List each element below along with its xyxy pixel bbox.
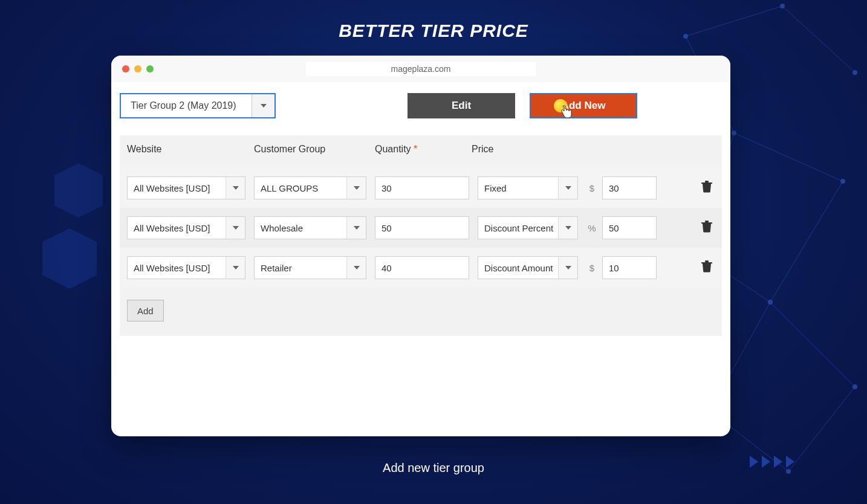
price-type-value: Fixed: [478, 177, 558, 199]
page-title: BETTER TIER PRICE: [0, 21, 867, 41]
maximize-window-icon[interactable]: [146, 65, 154, 73]
svg-point-16: [768, 300, 773, 305]
browser-titlebar: mageplaza.com: [111, 56, 730, 82]
website-value: All Websites [USD]: [128, 217, 226, 239]
svg-point-18: [852, 384, 857, 389]
svg-line-7: [770, 302, 855, 387]
browser-window: mageplaza.com Tier Group 2 (May 2019) Ed…: [111, 56, 730, 436]
add-new-button-label: Add New: [562, 100, 606, 112]
grid-row: All Websites [USD] ALL GROUPS 30 Fixed $…: [120, 168, 722, 208]
chevron-down-icon: [252, 94, 274, 117]
delete-row-button[interactable]: [701, 221, 715, 235]
website-select[interactable]: All Websites [USD]: [127, 176, 245, 199]
add-new-button[interactable]: Add New: [530, 93, 637, 118]
price-type-select[interactable]: Fixed: [478, 176, 578, 199]
chevron-down-icon: [346, 217, 366, 239]
svg-rect-26: [705, 221, 709, 222]
svg-marker-22: [42, 228, 97, 289]
tier-group-select[interactable]: Tier Group 2 (May 2019): [120, 93, 276, 118]
svg-line-4: [770, 181, 843, 302]
chevron-down-icon: [346, 257, 366, 279]
price-input[interactable]: 50: [602, 216, 657, 239]
grid-row: All Websites [USD] Retailer 40 Discount …: [120, 248, 722, 288]
grid-row: All Websites [USD] Wholesale 50 Discount…: [120, 208, 722, 248]
trash-icon: [701, 221, 712, 233]
quantity-input[interactable]: 30: [375, 176, 469, 199]
chevron-down-icon: [226, 177, 245, 199]
website-select[interactable]: All Websites [USD]: [127, 216, 245, 239]
chevron-down-icon: [346, 177, 366, 199]
website-select[interactable]: All Websites [USD]: [127, 256, 245, 279]
url-field[interactable]: mageplaza.com: [306, 62, 536, 76]
col-price: Price: [472, 144, 719, 155]
col-website: Website: [127, 144, 254, 155]
svg-rect-25: [701, 222, 712, 224]
svg-line-3: [734, 133, 843, 181]
svg-rect-28: [705, 260, 709, 262]
chevron-down-icon: [558, 177, 577, 199]
tier-group-value: Tier Group 2 (May 2019): [121, 94, 252, 117]
website-value: All Websites [USD]: [128, 257, 226, 279]
customer-group-select[interactable]: Retailer: [254, 256, 366, 279]
svg-marker-21: [54, 163, 103, 218]
tier-price-grid: Website Customer Group Quantity * Price …: [120, 135, 722, 336]
website-value: All Websites [USD]: [128, 177, 226, 199]
chevron-down-icon: [226, 217, 245, 239]
svg-line-8: [788, 387, 855, 471]
price-input[interactable]: 30: [602, 176, 657, 199]
price-type-value: Discount Percent: [478, 217, 558, 239]
add-row-label: Add: [137, 306, 154, 316]
price-type-value: Discount Amount: [478, 257, 558, 279]
currency-symbol: %: [586, 223, 597, 233]
quantity-input[interactable]: 50: [375, 216, 469, 239]
delete-row-button[interactable]: [701, 260, 715, 275]
close-window-icon[interactable]: [122, 65, 129, 73]
trash-icon: [701, 181, 712, 193]
grid-header-row: Website Customer Group Quantity * Price: [120, 135, 722, 168]
svg-rect-24: [705, 181, 709, 183]
col-customer-group: Customer Group: [254, 144, 375, 155]
customer-group-value: Wholesale: [255, 217, 346, 239]
chevron-down-icon: [558, 257, 577, 279]
customer-group-select[interactable]: ALL GROUPS: [254, 176, 366, 199]
currency-symbol: $: [586, 263, 597, 273]
customer-group-value: ALL GROUPS: [255, 177, 346, 199]
minimize-window-icon[interactable]: [134, 65, 141, 73]
url-text: mageplaza.com: [391, 64, 451, 74]
edit-button[interactable]: Edit: [408, 93, 515, 118]
col-quantity: Quantity *: [375, 144, 472, 155]
edit-button-label: Edit: [452, 100, 471, 112]
price-type-select[interactable]: Discount Percent: [478, 216, 578, 239]
currency-symbol: $: [586, 183, 597, 193]
chevron-down-icon: [558, 217, 577, 239]
customer-group-select[interactable]: Wholesale: [254, 216, 366, 239]
svg-rect-27: [701, 262, 712, 263]
price-input[interactable]: 10: [602, 256, 657, 279]
svg-point-13: [852, 70, 857, 75]
chevron-down-icon: [226, 257, 245, 279]
trash-icon: [701, 260, 712, 273]
quantity-input[interactable]: 40: [375, 256, 469, 279]
caption-text: Add new tier group: [0, 461, 867, 475]
add-row-button[interactable]: Add: [127, 300, 164, 321]
required-asterisk: *: [414, 144, 417, 154]
svg-rect-23: [701, 183, 712, 184]
svg-point-12: [780, 4, 785, 8]
window-controls: [122, 65, 154, 73]
svg-point-14: [732, 131, 736, 135]
delete-row-button[interactable]: [701, 181, 715, 195]
customer-group-value: Retailer: [255, 257, 346, 279]
svg-point-15: [840, 179, 845, 184]
price-type-select[interactable]: Discount Amount: [478, 256, 578, 279]
